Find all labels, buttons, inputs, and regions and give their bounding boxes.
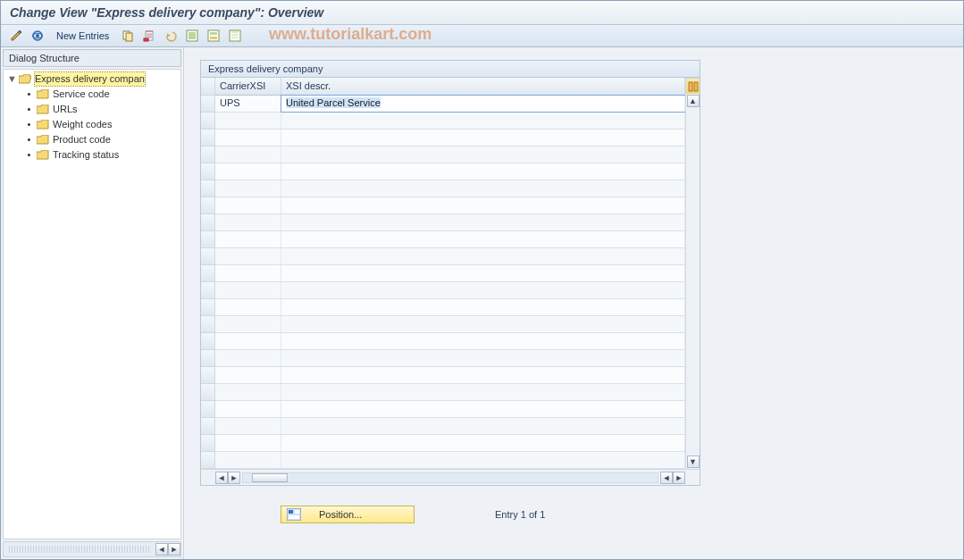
table-row[interactable]	[215, 265, 685, 282]
scroll-right-icon[interactable]: ►	[168, 543, 180, 556]
table-row[interactable]	[215, 163, 685, 180]
horizontal-scrollbar[interactable]: ◄ ► ◄ ►	[201, 469, 700, 485]
table-row[interactable]	[215, 418, 685, 435]
cell-carrierxsi[interactable]	[215, 146, 281, 163]
tree-node-tracking-status[interactable]: • Tracking status	[4, 147, 180, 163]
cell-xsidescr[interactable]	[281, 214, 685, 230]
cell-carrierxsi[interactable]	[215, 452, 281, 468]
table-row[interactable]	[215, 113, 685, 130]
cell-carrierxsi[interactable]	[215, 367, 281, 383]
tree-splitter-handle[interactable]	[9, 546, 150, 553]
cell-carrierxsi[interactable]	[215, 265, 281, 281]
scroll-right-end-icon[interactable]: ►	[673, 472, 685, 484]
cell-xsidescr[interactable]	[281, 113, 685, 129]
row-header[interactable]	[201, 248, 215, 265]
scroll-left-end-icon[interactable]: ◄	[660, 472, 673, 484]
table-row[interactable]	[215, 401, 685, 418]
scroll-up-icon[interactable]: ▲	[687, 95, 700, 107]
cell-carrierxsi[interactable]	[215, 197, 281, 213]
table-row[interactable]	[215, 299, 685, 316]
table-row[interactable]	[215, 316, 685, 333]
cell-xsidescr[interactable]	[281, 197, 685, 213]
table-row[interactable]	[215, 452, 685, 469]
cell-carrierxsi[interactable]	[215, 299, 281, 315]
cell-carrierxsi[interactable]	[215, 350, 281, 366]
cell-xsidescr[interactable]	[281, 418, 685, 434]
table-row[interactable]	[215, 130, 685, 146]
row-header[interactable]	[201, 299, 215, 316]
scroll-left-icon[interactable]: ◄	[155, 543, 168, 556]
tree-node-service-code[interactable]: • Service code	[4, 87, 180, 102]
cell-carrierxsi[interactable]	[215, 316, 281, 332]
column-header-xsidescr[interactable]: XSI descr.	[281, 78, 685, 95]
table-row[interactable]	[215, 435, 685, 452]
tree-node-product-code[interactable]: • Product code	[4, 132, 180, 147]
tree-expand-icon[interactable]: ▼	[7, 72, 15, 86]
row-header[interactable]	[201, 265, 215, 282]
table-row[interactable]	[215, 180, 685, 197]
vertical-scrollbar[interactable]: ▲ ▼	[685, 78, 700, 469]
cell-xsidescr[interactable]	[281, 146, 685, 163]
other-view-icon[interactable]	[29, 28, 46, 44]
cell-carrierxsi[interactable]	[215, 248, 281, 264]
cell-carrierxsi[interactable]: UPS	[215, 96, 281, 112]
row-header[interactable]	[201, 231, 215, 248]
row-header[interactable]	[201, 350, 215, 367]
cell-xsidescr[interactable]	[281, 384, 685, 400]
cell-xsidescr[interactable]	[281, 452, 685, 468]
scroll-track[interactable]	[242, 472, 658, 483]
deselect-all-icon[interactable]	[227, 28, 243, 44]
cell-xsidescr[interactable]	[281, 316, 685, 332]
row-header[interactable]	[201, 367, 215, 384]
toggle-display-change-icon[interactable]	[8, 28, 24, 44]
new-entries-button[interactable]: New Entries	[51, 29, 114, 43]
cell-xsidescr[interactable]	[281, 180, 685, 196]
row-header[interactable]	[201, 282, 215, 299]
table-row[interactable]	[215, 146, 685, 163]
table-row[interactable]	[215, 333, 685, 350]
tree-node-urls[interactable]: • URLs	[4, 102, 180, 117]
cell-xsidescr[interactable]	[281, 130, 685, 146]
cell-carrierxsi[interactable]	[215, 231, 281, 247]
cell-xsidescr[interactable]	[281, 350, 685, 366]
row-header[interactable]	[201, 113, 215, 130]
row-header[interactable]	[201, 163, 215, 180]
cell-carrierxsi[interactable]	[215, 282, 281, 298]
select-all-icon[interactable]	[184, 28, 200, 44]
cell-xsidescr[interactable]	[281, 435, 685, 451]
table-row[interactable]	[215, 248, 685, 265]
row-header[interactable]	[201, 214, 215, 231]
table-row[interactable]	[215, 384, 685, 401]
scroll-thumb[interactable]	[252, 473, 288, 482]
undo-icon[interactable]	[163, 28, 179, 44]
table-row[interactable]	[215, 282, 685, 299]
data-grid[interactable]: CarrierXSI XSI descr. UPSUnited Parcel S…	[201, 78, 700, 469]
cell-carrierxsi[interactable]	[215, 418, 281, 434]
table-row[interactable]	[215, 231, 685, 248]
cell-xsidescr[interactable]	[281, 367, 685, 383]
row-header[interactable]	[201, 333, 215, 350]
cell-carrierxsi[interactable]	[215, 333, 281, 349]
row-header[interactable]	[201, 130, 215, 146]
cell-xsidescr[interactable]	[281, 231, 685, 247]
column-header-carrierxsi[interactable]: CarrierXSI	[215, 78, 281, 95]
row-header[interactable]	[201, 180, 215, 197]
tree-node-express-delivery-company[interactable]: ▼ Express delivery compan	[4, 71, 180, 87]
cell-xsidescr[interactable]	[281, 299, 685, 315]
scroll-left-icon[interactable]: ◄	[215, 472, 228, 484]
row-header[interactable]	[201, 418, 215, 435]
cell-carrierxsi[interactable]	[215, 401, 281, 417]
row-header[interactable]	[201, 435, 215, 452]
scroll-down-icon[interactable]: ▼	[687, 456, 700, 468]
tree[interactable]: ▼ Express delivery compan • Service code…	[3, 69, 181, 539]
cell-carrierxsi[interactable]	[215, 384, 281, 400]
position-button[interactable]: Position...	[281, 506, 415, 523]
cell-xsidescr[interactable]	[281, 333, 685, 349]
cell-xsidescr[interactable]	[281, 401, 685, 417]
row-header[interactable]	[201, 401, 215, 418]
row-header[interactable]	[201, 96, 215, 113]
scroll-track[interactable]	[686, 108, 700, 455]
cell-xsidescr[interactable]	[281, 282, 685, 298]
scroll-right-icon[interactable]: ►	[228, 472, 240, 484]
cell-xsidescr[interactable]: United Parcel Service	[281, 96, 685, 112]
